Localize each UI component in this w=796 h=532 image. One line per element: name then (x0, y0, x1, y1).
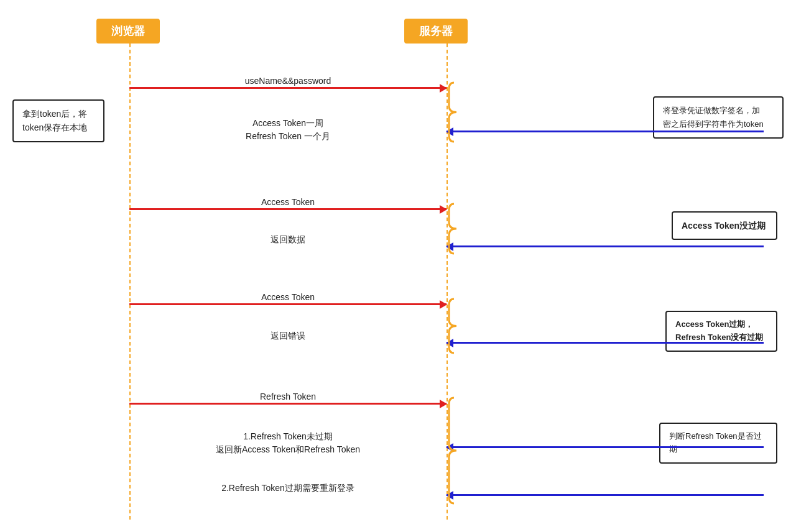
arrowhead-4 (440, 300, 447, 309)
arrow-line-5 (447, 342, 764, 344)
bracket-2 (448, 299, 461, 353)
box-right-refresh-judge: 判断Refresh Token是否过期 (659, 423, 777, 464)
arrowhead-6 (440, 400, 447, 408)
browser-vline (129, 44, 131, 520)
arrow-label-8: 2.Refresh Token过期需要重新登录 (176, 482, 400, 495)
bracket-0 (448, 83, 461, 142)
arrow-line-1 (447, 131, 764, 132)
bracket-3 (448, 398, 461, 503)
arrow-label-7: 1.Refresh Token未过期 返回新Access Token和Refre… (176, 430, 400, 456)
arrow-label-3: 返回数据 (176, 233, 400, 246)
arrow-line-8 (447, 494, 764, 496)
box-right-access-expired: Access Token过期， Refresh Token没有过期 (665, 311, 777, 352)
box-left-token-info: 拿到token后，将 token保存在本地 (12, 99, 104, 142)
arrowhead-2 (440, 205, 447, 214)
bracket-1 (448, 204, 461, 254)
browser-header: 浏览器 (96, 19, 160, 44)
arrow-line-7 (447, 446, 764, 448)
diagram: 浏览器 服务器 拿到token后，将 token保存在本地 将登录凭证做数字签名… (0, 0, 796, 532)
arrow-label-1: Access Token一周 Refresh Token 一个月 (176, 117, 400, 143)
server-header: 服务器 (404, 19, 468, 44)
arrow-label-4: Access Token (176, 291, 400, 304)
arrow-label-2: Access Token (176, 196, 400, 209)
box-right-not-expired: Access Token没过期 (672, 211, 777, 240)
arrow-line-3 (447, 245, 764, 247)
arrowhead-0 (440, 84, 447, 93)
arrow-label-0: useName&&password (176, 75, 400, 88)
arrow-label-5: 返回错误 (176, 329, 400, 342)
arrow-label-6: Refresh Token (176, 390, 400, 403)
